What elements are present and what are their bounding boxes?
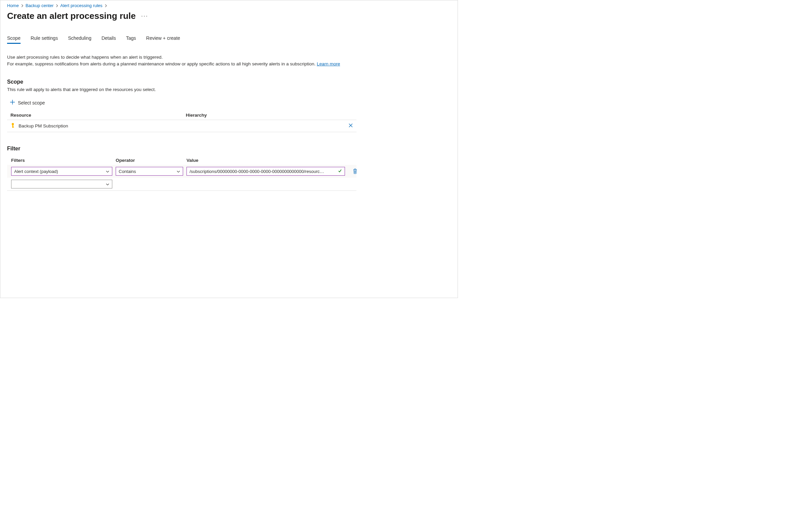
col-value: Value xyxy=(187,158,345,163)
tab-tags[interactable]: Tags xyxy=(126,35,136,44)
page-title: Create an alert processing rule xyxy=(7,11,135,21)
value-input-text: /subscriptions/00000000-0000-0000-0000-0… xyxy=(189,169,336,174)
resource-name: Backup PM Subscription xyxy=(18,123,68,129)
resource-hierarchy xyxy=(183,120,343,132)
tab-review-create[interactable]: Review + create xyxy=(146,35,180,44)
filter-select-empty[interactable] xyxy=(11,180,112,189)
value-input[interactable]: /subscriptions/00000000-0000-0000-0000-0… xyxy=(187,167,345,176)
breadcrumb-home[interactable]: Home xyxy=(7,3,19,8)
more-actions-icon[interactable]: ··· xyxy=(141,13,148,19)
chevron-down-icon xyxy=(106,182,109,186)
chevron-down-icon xyxy=(177,169,180,173)
intro-line1: Use alert processing rules to decide wha… xyxy=(7,55,163,60)
col-filters: Filters xyxy=(11,158,112,163)
breadcrumb: Home Backup center Alert processing rule… xyxy=(7,3,451,8)
filter-row-empty xyxy=(7,178,357,191)
filter-row: Alert context (payload) Contains /subscr… xyxy=(7,165,357,178)
scope-table: Resource Hierarchy Backup PM Subscriptio… xyxy=(7,110,357,132)
breadcrumb-backup-center[interactable]: Backup center xyxy=(26,3,54,8)
table-row: Backup PM Subscription xyxy=(7,120,357,132)
intro-text: Use alert processing rules to decide wha… xyxy=(7,54,364,68)
chevron-right-icon xyxy=(56,3,58,8)
col-actions xyxy=(343,110,357,120)
svg-rect-2 xyxy=(12,127,14,128)
chevron-down-icon xyxy=(106,169,109,173)
remove-scope-icon[interactable] xyxy=(348,124,353,129)
key-icon xyxy=(11,123,15,129)
col-operator: Operator xyxy=(116,158,183,163)
breadcrumb-alert-processing-rules[interactable]: Alert processing rules xyxy=(60,3,102,8)
tabs: Scope Rule settings Scheduling Details T… xyxy=(7,35,451,44)
operator-select[interactable]: Contains xyxy=(116,167,183,176)
filter-select[interactable]: Alert context (payload) xyxy=(11,167,112,176)
col-resource: Resource xyxy=(7,110,183,120)
tab-scheduling[interactable]: Scheduling xyxy=(68,35,91,44)
operator-select-value: Contains xyxy=(119,169,136,174)
tab-scope[interactable]: Scope xyxy=(7,35,20,44)
select-scope-label: Select scope xyxy=(18,100,45,105)
col-hierarchy: Hierarchy xyxy=(183,110,343,120)
chevron-right-icon xyxy=(21,3,24,8)
intro-line2: For example, suppress notifications from… xyxy=(7,61,317,66)
learn-more-link[interactable]: Learn more xyxy=(317,61,340,66)
plus-icon xyxy=(10,100,15,106)
scope-heading: Scope xyxy=(7,79,451,85)
filter-heading: Filter xyxy=(7,146,451,152)
filter-select-value: Alert context (payload) xyxy=(14,169,58,174)
chevron-right-icon xyxy=(104,3,107,8)
tab-rule-settings[interactable]: Rule settings xyxy=(31,35,58,44)
delete-filter-icon[interactable] xyxy=(348,168,362,174)
filter-wrap: Filters Operator Value Alert context (pa… xyxy=(7,155,357,191)
scope-subtext: This rule will apply to alerts that are … xyxy=(7,87,451,92)
select-scope-button[interactable]: Select scope xyxy=(10,98,45,107)
tab-details[interactable]: Details xyxy=(102,35,116,44)
checkmark-icon xyxy=(338,169,342,174)
